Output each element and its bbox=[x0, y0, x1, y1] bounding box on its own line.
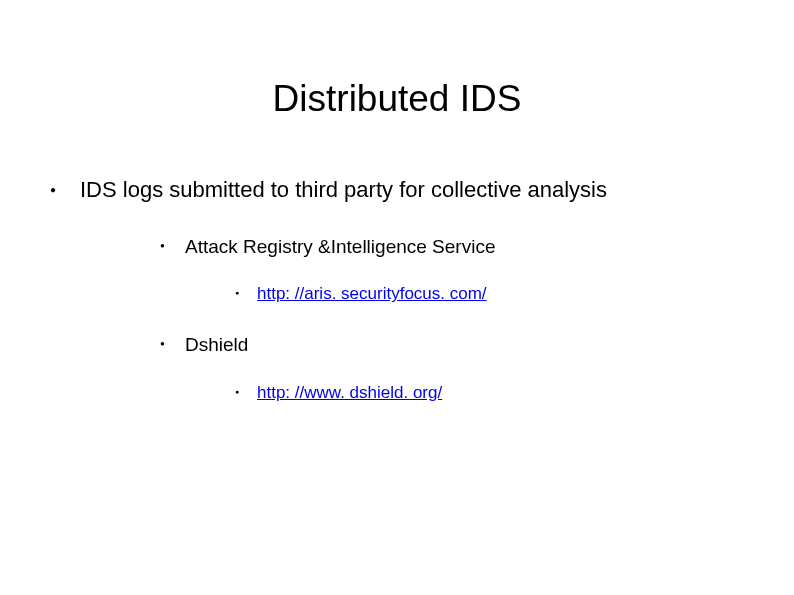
slide-content: IDS logs submitted to third party for co… bbox=[0, 176, 794, 404]
bullet-text: IDS logs submitted to third party for co… bbox=[80, 177, 607, 202]
list-item: http: //www. dshield. org/ bbox=[235, 382, 794, 404]
bullet-list-level3: http: //aris. securityfocus. com/ bbox=[235, 283, 794, 305]
list-item: Attack Registry &Intelligence Service ht… bbox=[160, 235, 794, 306]
link-aris[interactable]: http: //aris. securityfocus. com/ bbox=[257, 284, 487, 303]
bullet-text: Dshield bbox=[185, 334, 248, 355]
slide: Distributed IDS IDS logs submitted to th… bbox=[0, 0, 794, 595]
bullet-list-level1: IDS logs submitted to third party for co… bbox=[50, 176, 794, 404]
list-item: Dshield http: //www. dshield. org/ bbox=[160, 333, 794, 404]
bullet-text: Attack Registry &Intelligence Service bbox=[185, 236, 495, 257]
slide-title: Distributed IDS bbox=[0, 78, 794, 120]
bullet-list-level3: http: //www. dshield. org/ bbox=[235, 382, 794, 404]
list-item: http: //aris. securityfocus. com/ bbox=[235, 283, 794, 305]
link-dshield[interactable]: http: //www. dshield. org/ bbox=[257, 383, 442, 402]
bullet-list-level2: Attack Registry &Intelligence Service ht… bbox=[160, 235, 794, 405]
list-item: IDS logs submitted to third party for co… bbox=[50, 176, 794, 404]
